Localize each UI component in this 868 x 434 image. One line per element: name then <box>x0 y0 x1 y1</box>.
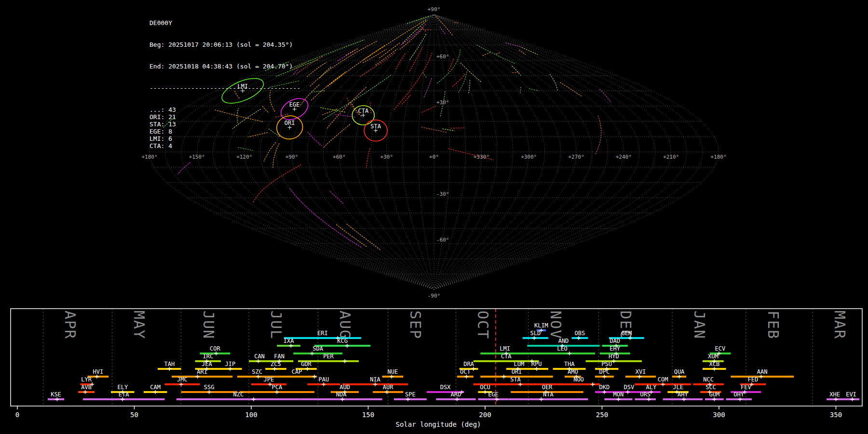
peak-marker-icon <box>207 390 211 394</box>
shower-label: IRC <box>203 353 213 360</box>
shower-label: AAN <box>757 368 768 375</box>
count-line: CTA: 4 <box>149 142 300 149</box>
peak-marker-icon <box>568 352 571 355</box>
shower-label: KCG <box>337 338 348 344</box>
lat-label: -60° <box>436 237 449 243</box>
meteor-trail <box>178 163 190 174</box>
peak-marker-icon <box>95 375 99 379</box>
shower-label: MON <box>613 391 624 398</box>
separator-line: ---------------------------------------- <box>149 84 300 92</box>
meteor-trail <box>366 149 370 168</box>
meteor-trail <box>512 72 518 73</box>
shower-label: DAD <box>610 338 620 344</box>
meteor-trail <box>320 108 345 112</box>
peak-marker-icon <box>483 390 487 394</box>
peak-marker-icon <box>602 390 606 394</box>
meteor-trail <box>401 24 426 45</box>
shower-label: PER <box>323 353 334 360</box>
shower-label: AHY <box>678 391 688 398</box>
shower-label: STA <box>510 376 521 383</box>
peak-marker-icon <box>661 382 665 386</box>
peak-marker-icon <box>153 390 157 394</box>
shower-label: EVI <box>846 391 856 398</box>
lon-label: +30° <box>380 154 393 160</box>
screen: LMIEGEORICTASTA+180°+150°+120°+90°+60°+3… <box>0 0 868 434</box>
x-tick-label: 350 <box>830 411 842 419</box>
shower-label: NUE <box>388 368 398 375</box>
peak-marker-icon <box>647 397 651 401</box>
lon-label: +120° <box>236 154 252 160</box>
timeline-chart: APRMAYJUNJULAUGSEPOCTNOVDECJANFEBMARKLIM… <box>11 309 862 428</box>
shower-label: SPE <box>405 391 416 398</box>
shower-label: LYR <box>81 376 92 383</box>
shower-label: KLIM <box>534 322 548 329</box>
meteor-trail <box>347 224 380 250</box>
meteor-trail <box>300 85 319 105</box>
shower-label: ZCS <box>271 361 281 367</box>
shower-label: LMI <box>500 345 510 352</box>
meteor-trail <box>469 80 470 93</box>
lon-label: +210° <box>663 154 679 160</box>
peak-marker-icon <box>464 375 468 379</box>
peak-marker-icon <box>637 375 641 379</box>
peak-marker-icon <box>850 397 854 401</box>
peak-marker-icon <box>602 375 606 379</box>
meteor-trail <box>331 20 426 84</box>
meteor-trail <box>422 27 426 31</box>
station-id: DE000Y <box>149 19 300 27</box>
shower-label: XUM <box>708 353 719 360</box>
shower-label: TAH <box>164 361 175 367</box>
peak-marker-icon <box>273 367 277 371</box>
meteor-trail <box>440 27 446 35</box>
radiant-label: STA <box>370 123 381 130</box>
shower-label: EHY <box>610 345 620 352</box>
shower-label: RPU <box>531 361 542 367</box>
month-label: JUN <box>200 311 217 339</box>
peak-marker-icon <box>322 382 326 386</box>
meteor-trail <box>443 129 455 131</box>
lat-label: -30° <box>436 191 449 197</box>
shower-label: OER <box>542 384 553 391</box>
peak-marker-icon <box>502 375 506 379</box>
peak-marker-icon <box>518 382 522 386</box>
meteor-trail <box>330 191 343 203</box>
shower-label: XVI <box>636 368 646 375</box>
meteor-trail <box>338 50 355 61</box>
pole-label-top: +90° <box>428 6 441 13</box>
x-tick-label: 50 <box>130 411 138 419</box>
lat-label: +60° <box>436 54 449 60</box>
lon-label: +60° <box>333 154 346 160</box>
shower-label: ETA <box>119 391 129 398</box>
peak-marker-icon <box>535 367 539 371</box>
lon-label: +270° <box>568 154 584 160</box>
peak-marker-icon <box>179 382 183 386</box>
peak-marker-icon <box>214 352 218 355</box>
shower-label: DSX <box>440 384 451 391</box>
shower-label: CAP <box>292 368 302 375</box>
meteor-trail <box>407 16 430 24</box>
shower-label: SZC <box>252 368 262 375</box>
peak-marker-icon <box>275 390 279 394</box>
peak-marker-icon <box>55 397 59 401</box>
lon-label: +240° <box>616 154 632 160</box>
meteor-trail <box>380 42 401 58</box>
shower-label: CAM <box>150 384 161 391</box>
shower-label: JPE <box>264 376 274 383</box>
shower-label: GUM <box>709 391 719 398</box>
shower-label: GEM <box>622 330 632 337</box>
shower-label: NOO <box>573 376 584 383</box>
meteor-trail <box>529 89 539 91</box>
peak-marker-icon <box>539 397 543 401</box>
meteor-trail <box>512 66 521 75</box>
meteor-trail <box>452 74 465 87</box>
meteor-trail <box>423 72 426 77</box>
month-label: JUL <box>268 311 285 339</box>
month-label: NOV <box>547 311 564 339</box>
count-line: ORI: 21 <box>149 113 300 121</box>
shower-label: CTA <box>501 353 512 360</box>
shower-label: OHY <box>733 391 744 398</box>
shower-counts: ...: 43ORI: 21STA: 13EGE: 8LMI: 6CTA: 4 <box>149 106 300 113</box>
shower-label: HVI <box>93 368 103 375</box>
lat-label: +30° <box>436 99 449 106</box>
meridian-line <box>434 14 639 289</box>
